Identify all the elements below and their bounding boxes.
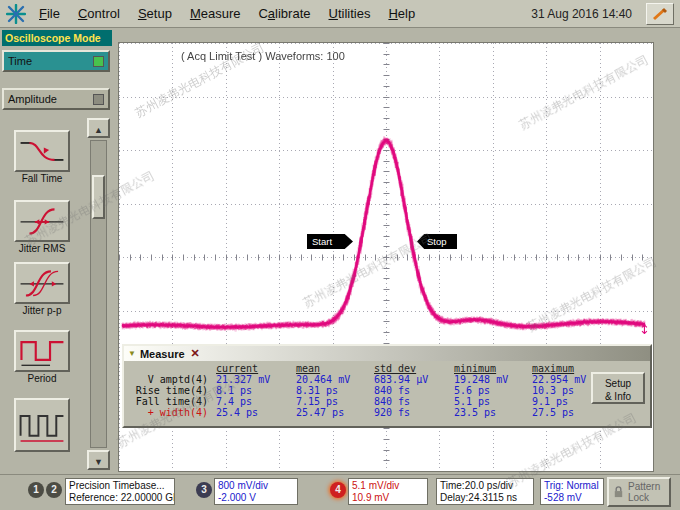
statusbar: 1 2 Precision Timebase... Reference: 22.… [0, 474, 680, 510]
channel-1-button[interactable]: 1 [28, 482, 44, 498]
measure-rows: V amptd(4)21.327 mV20.464 mV683.94 µV19.… [128, 374, 650, 418]
menu-items: FileControlSetupMeasureCalibrateUtilitie… [30, 2, 424, 25]
channel-4-button[interactable]: 4 [330, 482, 346, 498]
measure-table: current mean std dev minimum maximum V a… [124, 361, 650, 418]
col-std-dev: std dev [374, 363, 454, 374]
menu-measure[interactable]: Measure [181, 2, 250, 25]
scroll-up-button[interactable]: ▲ [87, 118, 110, 138]
tool-label: Jitter RMS [4, 243, 80, 254]
tool-label: Fall Time [4, 173, 80, 184]
panel-collapse-icon[interactable]: ▼ [128, 349, 136, 358]
timebase-readout[interactable]: Precision Timebase... Reference: 22.0000… [65, 478, 175, 505]
scrollbar-thumb[interactable] [92, 175, 105, 219]
measure-category-dropdown[interactable]: Amplitude [2, 88, 110, 110]
menu-utilities[interactable]: Utilities [320, 2, 380, 25]
datetime-display: 31 Aug 2016 14:40 [517, 7, 646, 21]
channel-3-button[interactable]: 3 [196, 482, 212, 498]
sidebar: Oscilloscope Mode Time Amplitude ▲ ▼ Fa [0, 30, 116, 472]
col-mean: mean [296, 363, 374, 374]
channel-4-readout[interactable]: 5.1 mV/div 10.9 mV [348, 478, 428, 505]
pen-icon [651, 7, 669, 21]
jitter-pp-icon[interactable] [14, 262, 70, 304]
measure-panel-header[interactable]: ▼ Measure ✕ [124, 346, 650, 361]
measure-source-dropdown[interactable]: Time [2, 50, 110, 72]
measure-category-value: Amplitude [8, 93, 57, 105]
channel-2-button[interactable]: 2 [46, 482, 62, 498]
measure-panel-title: Measure [140, 348, 185, 360]
scrollbar-track[interactable] [90, 140, 107, 448]
tool-period[interactable]: Period [4, 330, 80, 384]
timebase-scale-readout[interactable]: Time:20.0 ps/div Delay:24.3115 ns [436, 478, 534, 505]
tool-jitter-rms[interactable]: Jitter RMS [4, 200, 80, 254]
measure-table-header: current mean std dev minimum maximum [128, 363, 650, 374]
tool-fall-time[interactable]: Fall Time [4, 130, 80, 184]
setup-info-button[interactable]: Setup & Info [591, 372, 645, 404]
app-logo-icon [6, 4, 26, 24]
tool-label: Jitter p-p [4, 305, 80, 316]
measure-row: + width(4)25.4 ps25.47 ps920 fs23.5 ps27… [128, 407, 650, 418]
acquisition-status: ( Acq Limit Test ) Waveforms: 100 [181, 50, 345, 62]
pattern-lock-button[interactable]: Pattern Lock [607, 477, 671, 507]
channel-3-readout[interactable]: 800 mV/div -2.000 V [214, 478, 298, 505]
menu-setup[interactable]: Setup [129, 2, 181, 25]
stop-marker-flag[interactable]: Stop [417, 234, 457, 249]
measure-row: Rise time(4)8.1 ps8.31 ps840 fs5.6 ps10.… [128, 385, 650, 396]
menubar: FileControlSetupMeasureCalibrateUtilitie… [0, 0, 680, 28]
menu-help[interactable]: Help [379, 2, 424, 25]
menu-file[interactable]: File [30, 2, 69, 25]
tool-label: Period [4, 373, 80, 384]
menu-calibrate[interactable]: Calibrate [249, 2, 319, 25]
dropdown-indicator-icon [93, 94, 104, 105]
close-icon[interactable]: ✕ [191, 347, 200, 360]
period-icon[interactable] [14, 330, 70, 372]
measure-row: Fall time(4)7.4 ps7.15 ps840 fs5.1 ps9.1… [128, 396, 650, 407]
mode-banner: Oscilloscope Mode [2, 30, 112, 46]
lock-icon [612, 485, 625, 499]
annotation-pen-button[interactable] [646, 3, 674, 25]
jitter-rms-icon[interactable] [14, 200, 70, 242]
trigger-readout[interactable]: Trig: Normal -528 mV [540, 478, 604, 505]
col-current: current [216, 363, 296, 374]
pattern-waveform-icon[interactable] [14, 398, 70, 452]
measure-source-value: Time [8, 55, 32, 67]
fall-time-icon[interactable] [14, 130, 70, 172]
col-minimum: minimum [454, 363, 532, 374]
measure-panel: ▼ Measure ✕ current mean std dev minimum… [122, 344, 652, 428]
start-marker-flag[interactable]: Start [307, 234, 353, 249]
scroll-down-button[interactable]: ▼ [87, 450, 110, 470]
tool-jitter-pp[interactable]: Jitter p-p [4, 262, 80, 316]
measure-row: V amptd(4)21.327 mV20.464 mV683.94 µV19.… [128, 374, 650, 385]
dropdown-indicator-icon [93, 56, 104, 67]
tool-pattern[interactable] [4, 398, 80, 453]
oscilloscope-screen: FileControlSetupMeasureCalibrateUtilitie… [0, 0, 680, 510]
menu-control[interactable]: Control [69, 2, 129, 25]
